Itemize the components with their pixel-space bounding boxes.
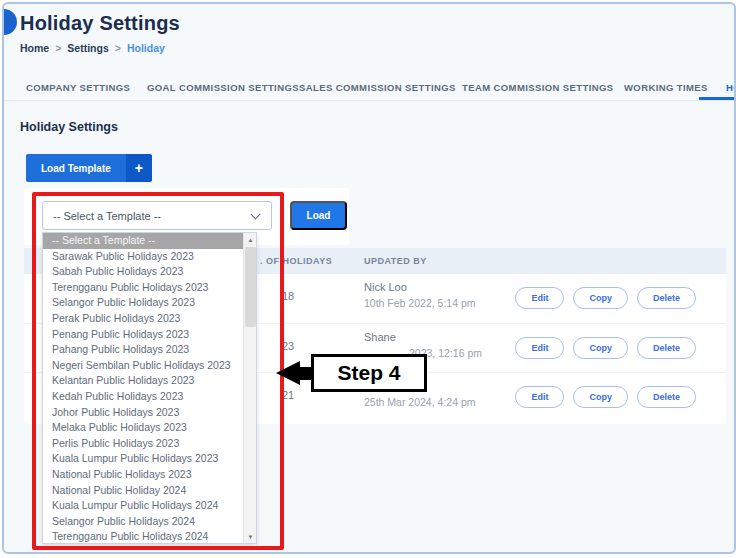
copy-button[interactable]: Copy [573,287,628,309]
tab-holiday-settings[interactable]: HO [726,82,736,93]
dropdown-item[interactable]: Kelantan Public Holidays 2023 [43,373,243,389]
section-heading: Holiday Settings [20,120,118,134]
breadcrumb: Home > Settings > Holiday [20,42,165,54]
dropdown-item[interactable]: Melaka Public Holidays 2023 [43,420,243,436]
dropdown-item[interactable]: Selangor Public Holidays 2024 [43,514,243,530]
delete-button[interactable]: Delete [637,287,696,309]
dropdown-item[interactable]: Kuala Lumpur Public Holidays 2024 [43,498,243,514]
scroll-up-icon[interactable]: ▲ [244,233,257,246]
breadcrumb-home[interactable]: Home [20,42,49,54]
dropdown-item[interactable]: Terengganu Public Holidays 2023 [43,280,243,296]
dropdown-item[interactable]: Selangor Public Holidays 2023 [43,295,243,311]
dropdown-item[interactable]: Terengganu Public Holidays 2024 [43,529,243,543]
dropdown-item[interactable]: Penang Public Holidays 2023 [43,327,243,343]
dropdown-item[interactable]: Kedah Public Holidays 2023 [43,389,243,405]
delete-button[interactable]: Delete [637,337,696,359]
step-label: Step 4 [311,354,427,392]
load-template-button[interactable]: Load Template + [26,154,152,182]
row-actions: Edit Copy Delete [515,337,696,359]
active-tab-underline [699,97,734,100]
breadcrumb-separator: > [55,42,61,54]
tab-sales-commission-settings[interactable]: SALES COMMISSION SETTINGS [299,82,456,93]
tab-working-times[interactable]: WORKING TIMES [624,82,708,93]
copy-button[interactable]: Copy [573,337,628,359]
breadcrumb-holiday[interactable]: Holiday [127,42,165,54]
tab-company-settings[interactable]: COMPANY SETTINGS [26,82,130,93]
annotation-arrow-icon [276,361,300,385]
dropdown-item[interactable]: Perlis Public Holidays 2023 [43,436,243,452]
breadcrumb-settings[interactable]: Settings [67,42,108,54]
dropdown-scrollbar[interactable]: ▲ ▼ [243,233,256,543]
row-actions: Edit Copy Delete [515,287,696,309]
copy-button[interactable]: Copy [573,386,628,408]
dropdown-item[interactable]: Johor Public Holidays 2023 [43,405,243,421]
holiday-settings-page: Holiday Settings Home > Settings > Holid… [2,2,736,554]
dropdown-item[interactable]: Pahang Public Holidays 2023 [43,342,243,358]
tab-goal-commission-settings[interactable]: GOAL COMMISSION SETTINGS [147,82,299,93]
template-select-value: -- Select a Template -- [53,210,161,222]
load-template-label: Load Template [26,154,126,182]
dropdown-item[interactable]: Kuala Lumpur Public Holidays 2023 [43,451,243,467]
corner-bookmark-icon [4,9,17,35]
num-holidays-cell: 23 [282,340,294,352]
updated-by-date: 25th Mar 2024, 4:24 pm [364,396,476,408]
updated-by-name: Nick Loo [364,281,407,293]
plus-icon[interactable]: + [126,154,152,182]
dropdown-item[interactable]: Negeri Sembilan Public Holidays 2023 [43,358,243,374]
load-button[interactable]: Load [290,201,347,230]
dropdown-item[interactable]: Sabah Public Holidays 2023 [43,264,243,280]
page-title: Holiday Settings [20,12,180,35]
screenshot-root: Holiday Settings Home > Settings > Holid… [0,0,740,558]
edit-button[interactable]: Edit [515,287,564,309]
column-header-updated-by: UPDATED BY [364,256,427,266]
edit-button[interactable]: Edit [515,386,564,408]
dropdown-item[interactable]: Sarawak Public Holidays 2023 [43,249,243,265]
delete-button[interactable]: Delete [637,386,696,408]
dropdown-item[interactable]: National Public Holiday 2024 [43,483,243,499]
scrollbar-thumb[interactable] [245,247,256,327]
dropdown-item[interactable]: National Public Holidays 2023 [43,467,243,483]
template-select[interactable]: -- Select a Template -- [42,201,272,230]
column-header-no-of-holidays: . OF HOLIDAYS [260,256,332,266]
dropdown-item[interactable]: -- Select a Template -- [43,233,243,249]
num-holidays-cell: 21 [282,389,294,401]
updated-by-name: Shane [364,331,396,343]
breadcrumb-separator: > [115,42,121,54]
template-dropdown-list: -- Select a Template -- Sarawak Public H… [42,232,257,544]
dropdown-items: -- Select a Template -- Sarawak Public H… [43,233,243,543]
scroll-down-icon[interactable]: ▼ [244,530,257,543]
edit-button[interactable]: Edit [515,337,564,359]
chevron-down-icon [251,210,261,220]
tab-team-commission-settings[interactable]: TEAM COMMISSION SETTINGS [462,82,614,93]
row-actions: Edit Copy Delete [515,386,696,408]
updated-by-date: 10th Feb 2022, 5:14 pm [364,297,476,309]
num-holidays-cell: 18 [282,290,294,302]
settings-tabs-bar: COMPANY SETTINGS GOAL COMMISSION SETTING… [4,74,734,101]
dropdown-item[interactable]: Perak Public Holidays 2023 [43,311,243,327]
